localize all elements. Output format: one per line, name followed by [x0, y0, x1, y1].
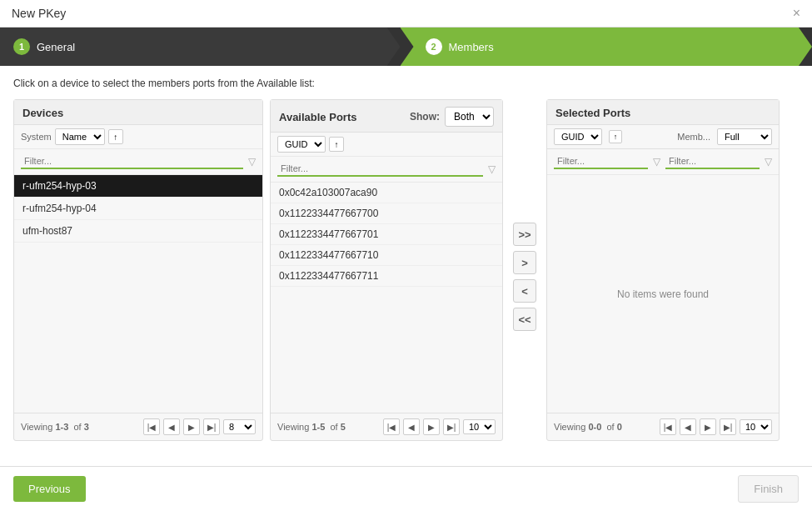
step2-num: 2 — [426, 38, 442, 55]
selected-page-size-select[interactable]: 10 25 — [740, 419, 772, 434]
close-button[interactable]: × — [793, 7, 800, 20]
available-filter-bar: ▽ — [271, 157, 502, 183]
selected-viewing-total: 0 — [617, 422, 622, 432]
devices-sort-controls: System Name ↑ — [14, 125, 262, 149]
dialog: New PKey × 1 General 2 Members Click on … — [0, 0, 812, 511]
devices-viewing-text: Viewing 1-3 of 3 — [21, 422, 140, 432]
devices-panel-title: Devices — [22, 107, 63, 119]
selected-viewing-text: Viewing 0-0 of 0 — [554, 422, 656, 432]
selected-filter-icon-2[interactable]: ▽ — [765, 156, 772, 168]
device-item-2[interactable]: ufm-host87 — [14, 220, 262, 243]
available-page-size-select[interactable]: 10 25 — [463, 419, 496, 434]
available-sort-controls: GUID ↑ — [271, 133, 502, 157]
device-item-0[interactable]: r-ufm254-hyp-03 — [14, 175, 262, 198]
show-label: Show: — [410, 111, 440, 123]
available-first-page-button[interactable]: |◀ — [383, 418, 400, 435]
move-all-right-button[interactable]: >> — [513, 223, 536, 246]
selected-ports-panel: Selected Ports GUID ↑ Memb... Full Limit… — [546, 99, 780, 441]
available-ports-panel: Available Ports Show: Both IB ETH GUID — [270, 99, 503, 441]
devices-panel: Devices System Name ↑ ▽ r-ufm254-h — [13, 99, 263, 441]
selected-viewing-range: 0-0 — [588, 422, 601, 432]
available-panel-header: Available Ports Show: Both IB ETH — [271, 100, 502, 133]
devices-sort-asc-button[interactable]: ↑ — [108, 129, 123, 144]
show-select[interactable]: Both IB ETH — [445, 107, 494, 127]
selected-filter-input-1[interactable] — [554, 154, 648, 169]
selected-filter-input-2[interactable] — [665, 154, 760, 169]
selected-panel-header: Selected Ports — [547, 100, 779, 125]
selected-guid-sort-asc-button[interactable]: ↑ — [609, 130, 622, 143]
bottom-bar: Previous Finish — [0, 466, 812, 511]
devices-sort-label: System — [21, 132, 52, 142]
devices-panel-header: Devices — [14, 100, 262, 125]
selected-first-page-button[interactable]: |◀ — [660, 418, 676, 435]
selected-filter-bar: ▽ ▽ — [547, 149, 779, 175]
no-items-text: No items were found — [617, 288, 709, 300]
devices-list: r-ufm254-hyp-03 r-ufm254-hyp-04 ufm-host… — [14, 175, 262, 413]
available-port-item-0[interactable]: 0x0c42a103007aca90 — [271, 183, 502, 203]
move-all-left-button[interactable]: << — [513, 308, 536, 331]
devices-filter-bar: ▽ — [14, 149, 262, 175]
wizard-steps: 1 General 2 Members — [0, 28, 812, 66]
available-prev-page-button[interactable]: ◀ — [403, 418, 420, 435]
devices-last-page-button[interactable]: ▶| — [203, 418, 220, 435]
previous-button[interactable]: Previous — [13, 476, 86, 502]
available-viewing-range: 1-5 — [311, 422, 325, 432]
available-port-item-2[interactable]: 0x1122334477667701 — [271, 224, 502, 245]
available-panel-footer: Viewing 1-5 of 5 |◀ ◀ ▶ ▶| 10 25 — [271, 413, 502, 440]
move-left-button[interactable]: < — [513, 279, 536, 303]
available-port-item-1[interactable]: 0x1122334477667700 — [271, 203, 502, 224]
devices-viewing-range: 1-3 — [55, 422, 68, 432]
available-port-item-3[interactable]: 0x1122334477667710 — [271, 245, 502, 266]
available-last-page-button[interactable]: ▶| — [443, 418, 460, 435]
available-filter-input[interactable] — [277, 162, 483, 177]
wizard-step-2[interactable]: 2 Members — [401, 28, 813, 66]
devices-panel-footer: Viewing 1-3 of 3 |◀ ◀ ▶ ▶| 8 10 25 — [14, 413, 262, 440]
selected-col-headers: GUID ↑ Memb... Full Limited — [547, 125, 779, 149]
dialog-title: New PKey — [12, 7, 66, 20]
step1-label: General — [37, 41, 75, 53]
selected-next-page-button[interactable]: ▶ — [700, 418, 716, 435]
available-sort-select[interactable]: GUID — [277, 136, 326, 153]
panels-container: Devices System Name ↑ ▽ r-ufm254-h — [13, 99, 799, 454]
finish-button[interactable]: Finish — [738, 475, 799, 503]
step1-num: 1 — [13, 38, 30, 55]
devices-page-size-select[interactable]: 8 10 25 — [223, 419, 256, 434]
selected-panel-title: Selected Ports — [555, 107, 630, 119]
selected-no-items: No items were found — [547, 175, 779, 413]
transfer-buttons: >> > < << — [510, 223, 540, 331]
dialog-titlebar: New PKey × — [0, 0, 812, 28]
device-item-1[interactable]: r-ufm254-hyp-04 — [14, 198, 262, 220]
content-area: Click on a device to select the members … — [0, 66, 812, 466]
available-viewing-total: 5 — [341, 422, 346, 432]
devices-prev-page-button[interactable]: ◀ — [163, 418, 180, 435]
devices-first-page-button[interactable]: |◀ — [143, 418, 160, 435]
available-sort-asc-button[interactable]: ↑ — [329, 137, 344, 152]
step2-label: Members — [449, 41, 494, 53]
selected-prev-page-button[interactable]: ◀ — [680, 418, 696, 435]
available-port-item-4[interactable]: 0x1122334477667711 — [271, 266, 502, 287]
devices-filter-icon[interactable]: ▽ — [248, 156, 256, 168]
devices-filter-input[interactable] — [21, 154, 243, 169]
selected-guid-sort-select[interactable]: GUID — [554, 128, 602, 145]
instruction-text: Click on a device to select the members … — [13, 78, 799, 89]
move-right-button[interactable]: > — [513, 251, 536, 274]
available-filter-icon[interactable]: ▽ — [488, 163, 496, 175]
available-ports-list: 0x0c42a103007aca90 0x1122334477667700 0x… — [271, 183, 502, 413]
available-next-page-button[interactable]: ▶ — [423, 418, 440, 435]
show-controls: Show: Both IB ETH — [410, 107, 494, 127]
selected-last-page-button[interactable]: ▶| — [720, 418, 736, 435]
available-panel-title: Available Ports — [279, 111, 356, 123]
devices-viewing-total: 3 — [84, 422, 89, 432]
selected-memb-select[interactable]: Full Limited — [717, 128, 772, 145]
selected-filter-icon-1[interactable]: ▽ — [653, 156, 660, 168]
devices-next-page-button[interactable]: ▶ — [183, 418, 200, 435]
available-viewing-text: Viewing 1-5 of 5 — [277, 422, 380, 432]
wizard-step-1[interactable]: 1 General — [0, 28, 401, 66]
selected-panel-footer: Viewing 0-0 of 0 |◀ ◀ ▶ ▶| 10 25 — [547, 413, 779, 440]
selected-memb-label: Memb... — [677, 132, 710, 142]
devices-sort-select[interactable]: Name — [55, 128, 105, 145]
